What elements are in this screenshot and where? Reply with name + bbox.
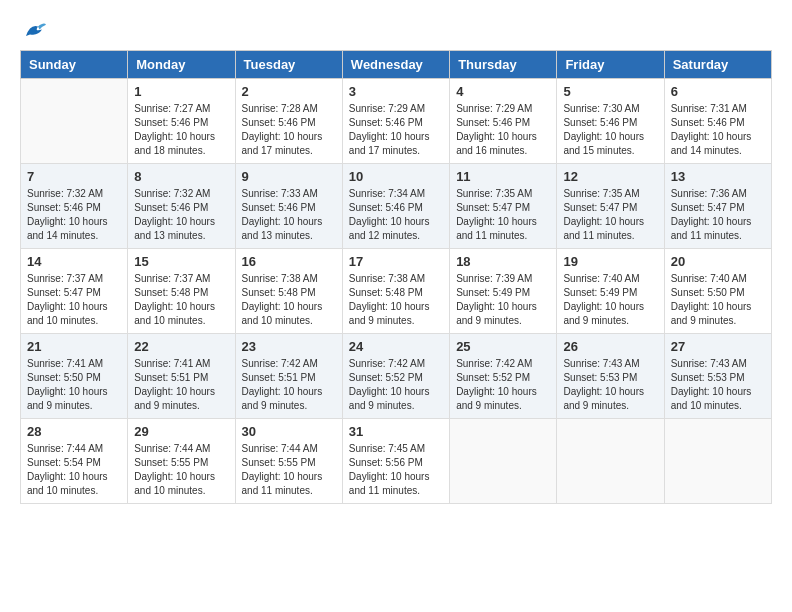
day-info: Sunrise: 7:40 AMSunset: 5:50 PMDaylight:… [671,272,765,328]
day-number: 27 [671,339,765,354]
calendar-day-cell: 10Sunrise: 7:34 AMSunset: 5:46 PMDayligh… [342,164,449,249]
calendar-day-cell: 15Sunrise: 7:37 AMSunset: 5:48 PMDayligh… [128,249,235,334]
calendar-week-row: 21Sunrise: 7:41 AMSunset: 5:50 PMDayligh… [21,334,772,419]
calendar-day-cell: 5Sunrise: 7:30 AMSunset: 5:46 PMDaylight… [557,79,664,164]
day-info: Sunrise: 7:27 AMSunset: 5:46 PMDaylight:… [134,102,228,158]
day-info: Sunrise: 7:38 AMSunset: 5:48 PMDaylight:… [349,272,443,328]
calendar-day-cell: 2Sunrise: 7:28 AMSunset: 5:46 PMDaylight… [235,79,342,164]
day-number: 26 [563,339,657,354]
day-info: Sunrise: 7:29 AMSunset: 5:46 PMDaylight:… [349,102,443,158]
day-number: 7 [27,169,121,184]
calendar-week-row: 7Sunrise: 7:32 AMSunset: 5:46 PMDaylight… [21,164,772,249]
calendar-header-monday: Monday [128,51,235,79]
logo-bird-icon [22,20,46,40]
calendar-day-cell: 30Sunrise: 7:44 AMSunset: 5:55 PMDayligh… [235,419,342,504]
day-info: Sunrise: 7:43 AMSunset: 5:53 PMDaylight:… [563,357,657,413]
day-number: 30 [242,424,336,439]
day-number: 19 [563,254,657,269]
day-info: Sunrise: 7:39 AMSunset: 5:49 PMDaylight:… [456,272,550,328]
day-info: Sunrise: 7:42 AMSunset: 5:51 PMDaylight:… [242,357,336,413]
day-number: 31 [349,424,443,439]
day-number: 28 [27,424,121,439]
calendar-day-cell: 19Sunrise: 7:40 AMSunset: 5:49 PMDayligh… [557,249,664,334]
day-info: Sunrise: 7:31 AMSunset: 5:46 PMDaylight:… [671,102,765,158]
day-number: 22 [134,339,228,354]
day-info: Sunrise: 7:41 AMSunset: 5:51 PMDaylight:… [134,357,228,413]
calendar-header-tuesday: Tuesday [235,51,342,79]
day-number: 3 [349,84,443,99]
day-number: 5 [563,84,657,99]
day-info: Sunrise: 7:42 AMSunset: 5:52 PMDaylight:… [349,357,443,413]
day-info: Sunrise: 7:40 AMSunset: 5:49 PMDaylight:… [563,272,657,328]
calendar-week-row: 28Sunrise: 7:44 AMSunset: 5:54 PMDayligh… [21,419,772,504]
day-info: Sunrise: 7:44 AMSunset: 5:54 PMDaylight:… [27,442,121,498]
day-info: Sunrise: 7:38 AMSunset: 5:48 PMDaylight:… [242,272,336,328]
day-number: 18 [456,254,550,269]
day-info: Sunrise: 7:37 AMSunset: 5:47 PMDaylight:… [27,272,121,328]
calendar-day-cell: 13Sunrise: 7:36 AMSunset: 5:47 PMDayligh… [664,164,771,249]
day-number: 13 [671,169,765,184]
day-info: Sunrise: 7:36 AMSunset: 5:47 PMDaylight:… [671,187,765,243]
day-info: Sunrise: 7:44 AMSunset: 5:55 PMDaylight:… [242,442,336,498]
calendar-header-thursday: Thursday [450,51,557,79]
calendar-day-cell: 22Sunrise: 7:41 AMSunset: 5:51 PMDayligh… [128,334,235,419]
day-info: Sunrise: 7:30 AMSunset: 5:46 PMDaylight:… [563,102,657,158]
calendar-day-cell: 17Sunrise: 7:38 AMSunset: 5:48 PMDayligh… [342,249,449,334]
calendar-header-sunday: Sunday [21,51,128,79]
calendar-day-cell [21,79,128,164]
day-info: Sunrise: 7:29 AMSunset: 5:46 PMDaylight:… [456,102,550,158]
calendar-day-cell: 7Sunrise: 7:32 AMSunset: 5:46 PMDaylight… [21,164,128,249]
day-info: Sunrise: 7:32 AMSunset: 5:46 PMDaylight:… [134,187,228,243]
calendar-day-cell: 20Sunrise: 7:40 AMSunset: 5:50 PMDayligh… [664,249,771,334]
page-header [20,20,772,40]
calendar-day-cell: 11Sunrise: 7:35 AMSunset: 5:47 PMDayligh… [450,164,557,249]
day-info: Sunrise: 7:32 AMSunset: 5:46 PMDaylight:… [27,187,121,243]
day-number: 10 [349,169,443,184]
calendar-day-cell: 25Sunrise: 7:42 AMSunset: 5:52 PMDayligh… [450,334,557,419]
day-number: 29 [134,424,228,439]
day-info: Sunrise: 7:45 AMSunset: 5:56 PMDaylight:… [349,442,443,498]
calendar-day-cell: 9Sunrise: 7:33 AMSunset: 5:46 PMDaylight… [235,164,342,249]
calendar-day-cell: 23Sunrise: 7:42 AMSunset: 5:51 PMDayligh… [235,334,342,419]
calendar-day-cell: 16Sunrise: 7:38 AMSunset: 5:48 PMDayligh… [235,249,342,334]
day-info: Sunrise: 7:35 AMSunset: 5:47 PMDaylight:… [563,187,657,243]
day-number: 1 [134,84,228,99]
day-number: 17 [349,254,443,269]
calendar-week-row: 14Sunrise: 7:37 AMSunset: 5:47 PMDayligh… [21,249,772,334]
day-number: 4 [456,84,550,99]
calendar-day-cell [664,419,771,504]
day-info: Sunrise: 7:28 AMSunset: 5:46 PMDaylight:… [242,102,336,158]
calendar-day-cell: 28Sunrise: 7:44 AMSunset: 5:54 PMDayligh… [21,419,128,504]
day-number: 21 [27,339,121,354]
calendar-day-cell: 8Sunrise: 7:32 AMSunset: 5:46 PMDaylight… [128,164,235,249]
calendar-day-cell: 26Sunrise: 7:43 AMSunset: 5:53 PMDayligh… [557,334,664,419]
calendar-day-cell: 14Sunrise: 7:37 AMSunset: 5:47 PMDayligh… [21,249,128,334]
calendar-table: SundayMondayTuesdayWednesdayThursdayFrid… [20,50,772,504]
calendar-day-cell: 29Sunrise: 7:44 AMSunset: 5:55 PMDayligh… [128,419,235,504]
calendar-day-cell [450,419,557,504]
calendar-header-row: SundayMondayTuesdayWednesdayThursdayFrid… [21,51,772,79]
day-info: Sunrise: 7:34 AMSunset: 5:46 PMDaylight:… [349,187,443,243]
day-info: Sunrise: 7:41 AMSunset: 5:50 PMDaylight:… [27,357,121,413]
calendar-day-cell: 1Sunrise: 7:27 AMSunset: 5:46 PMDaylight… [128,79,235,164]
day-number: 16 [242,254,336,269]
calendar-day-cell: 31Sunrise: 7:45 AMSunset: 5:56 PMDayligh… [342,419,449,504]
day-number: 6 [671,84,765,99]
day-info: Sunrise: 7:33 AMSunset: 5:46 PMDaylight:… [242,187,336,243]
day-number: 23 [242,339,336,354]
day-info: Sunrise: 7:43 AMSunset: 5:53 PMDaylight:… [671,357,765,413]
calendar-header-friday: Friday [557,51,664,79]
calendar-day-cell: 27Sunrise: 7:43 AMSunset: 5:53 PMDayligh… [664,334,771,419]
calendar-day-cell: 21Sunrise: 7:41 AMSunset: 5:50 PMDayligh… [21,334,128,419]
day-number: 11 [456,169,550,184]
calendar-day-cell: 3Sunrise: 7:29 AMSunset: 5:46 PMDaylight… [342,79,449,164]
day-number: 14 [27,254,121,269]
calendar-header-wednesday: Wednesday [342,51,449,79]
day-number: 24 [349,339,443,354]
day-info: Sunrise: 7:37 AMSunset: 5:48 PMDaylight:… [134,272,228,328]
day-number: 12 [563,169,657,184]
day-number: 20 [671,254,765,269]
day-info: Sunrise: 7:35 AMSunset: 5:47 PMDaylight:… [456,187,550,243]
calendar-day-cell: 18Sunrise: 7:39 AMSunset: 5:49 PMDayligh… [450,249,557,334]
day-number: 2 [242,84,336,99]
